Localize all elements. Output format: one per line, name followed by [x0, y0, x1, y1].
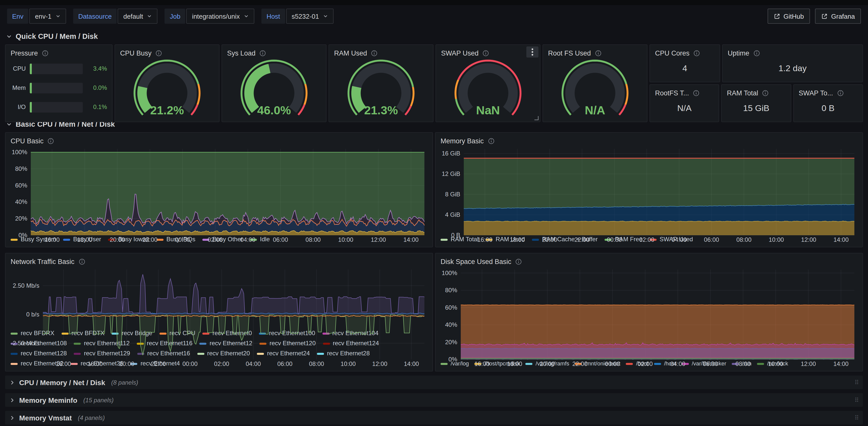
- x-axis-label: 22:00: [142, 236, 157, 243]
- x-axis-label: 06:00: [703, 360, 718, 367]
- row-drag-handle-icon[interactable]: ⠿: [855, 414, 859, 421]
- gauge-value: N/A: [585, 103, 605, 117]
- row-memory-vmstat[interactable]: Memory Vmstat (4 panels) ⠿: [5, 411, 863, 425]
- variable-host-picker[interactable]: s5232-01: [286, 8, 334, 24]
- panel-header[interactable]: Uptime: [728, 48, 858, 58]
- panel-header[interactable]: Disk Space Used Basic: [440, 256, 858, 267]
- chevron-down-icon: [147, 13, 152, 19]
- x-axis-label: 00:00: [175, 236, 190, 243]
- x-axis-label: 18:00: [88, 360, 103, 367]
- gauge-value: NaN: [476, 103, 500, 117]
- panel-title-text: Memory Basic: [440, 137, 484, 145]
- info-icon[interactable]: [693, 90, 700, 96]
- grafana-link-button[interactable]: Grafana: [815, 8, 861, 24]
- variable-env-picker[interactable]: env-1: [30, 8, 66, 24]
- x-axis-label: 16:00: [477, 236, 493, 243]
- variable-host: Host s5232-01: [261, 8, 334, 24]
- panel-header[interactable]: RAM Total: [727, 88, 786, 98]
- y-axis-label: -2.50 Mb/s: [11, 340, 39, 346]
- panel-header[interactable]: CPU Cores: [655, 48, 715, 58]
- info-icon[interactable]: [516, 258, 522, 265]
- chart-plot[interactable]: 0%20%40%60%80%100%16:0018:0020:0022:0000…: [440, 267, 858, 367]
- row-drag-handle-icon[interactable]: ⠿: [855, 379, 859, 386]
- x-axis-label: 14:00: [403, 236, 418, 243]
- network-traffic-chart[interactable]: -2.50 Mb/s0 b/s2.50 Mb/s16:0018:0020:002…: [10, 267, 428, 329]
- info-icon[interactable]: [260, 50, 266, 56]
- panel-header[interactable]: Sys Load: [227, 48, 321, 58]
- panel-cpu-busy: CPU Busy 21.2%: [115, 44, 219, 122]
- memory-basic-chart[interactable]: 0 B4 GiB8 GiB12 GiB16 GiB16:0018:0020:00…: [440, 146, 858, 235]
- kebab-dots: [531, 48, 533, 56]
- row-memory-meminfo[interactable]: Memory Meminfo (15 panels) ⠿: [5, 393, 863, 407]
- variable-job-value: integrations/unix: [192, 12, 240, 20]
- variable-job-picker[interactable]: integrations/unix: [186, 8, 254, 24]
- chart-plot[interactable]: 0%20%40%60%80%100%16:0018:0020:0022:0000…: [10, 146, 428, 243]
- y-axis-label: 0 b/s: [26, 311, 39, 318]
- info-icon[interactable]: [42, 50, 49, 56]
- info-icon[interactable]: [48, 138, 54, 144]
- info-icon[interactable]: [694, 50, 700, 56]
- chart-plot[interactable]: -2.50 Mb/s0 b/s2.50 Mb/s16:0018:0020:002…: [10, 267, 428, 367]
- info-icon[interactable]: [79, 258, 85, 265]
- pressure-row-mem: Mem 0.0%: [10, 83, 107, 93]
- x-axis-label: 20:00: [542, 236, 557, 243]
- panel-header[interactable]: Pressure: [10, 48, 107, 58]
- info-icon[interactable]: [371, 50, 378, 56]
- panel-header[interactable]: Root FS Used: [548, 48, 642, 58]
- panel-header[interactable]: RootFS T...: [655, 88, 714, 98]
- panel-title-text: Uptime: [728, 49, 749, 57]
- quick-row: Pressure CPU 3.4% Mem 0.0% I/O 0.1%: [5, 44, 863, 109]
- panel-uptime: Uptime 1.2 day: [722, 44, 863, 82]
- github-link-button[interactable]: GitHub: [767, 8, 810, 24]
- x-axis-label: 14:00: [833, 236, 848, 243]
- x-axis-label: 14:00: [833, 360, 848, 367]
- y-axis-label: 100%: [12, 149, 27, 155]
- y-axis-label: 0%: [19, 232, 27, 239]
- x-axis-label: 06:00: [273, 236, 288, 243]
- pressure-value: 0.1%: [87, 103, 107, 111]
- panel-header[interactable]: Network Traffic Basic: [10, 256, 428, 267]
- y-axis-label: 80%: [15, 165, 27, 172]
- info-icon[interactable]: [156, 50, 162, 56]
- panel-menu-kebab-icon[interactable]: [526, 47, 538, 58]
- panel-resize-handle[interactable]: [534, 116, 538, 120]
- chart-plot[interactable]: 0 B4 GiB8 GiB12 GiB16 GiB16:0018:0020:00…: [440, 146, 858, 243]
- panel-header[interactable]: Memory Basic: [440, 136, 858, 146]
- info-icon[interactable]: [762, 90, 769, 96]
- x-axis-label: 10:00: [341, 360, 356, 367]
- cpu-basic-chart[interactable]: 0%20%40%60%80%100%16:0018:0020:0022:0000…: [10, 146, 428, 235]
- x-axis-label: 02:00: [208, 236, 223, 243]
- info-icon[interactable]: [488, 138, 494, 144]
- x-axis-label: 20:00: [110, 236, 125, 243]
- info-icon[interactable]: [483, 50, 489, 56]
- row-drag-handle-icon[interactable]: ⠿: [855, 396, 859, 403]
- variable-datasource-picker[interactable]: default: [118, 8, 158, 24]
- panel-header[interactable]: CPU Basic: [10, 136, 428, 146]
- info-icon[interactable]: [595, 50, 601, 56]
- info-icon[interactable]: [837, 90, 843, 96]
- panel-header[interactable]: RAM Used: [334, 48, 428, 58]
- panel-header[interactable]: SWAP Used: [441, 48, 535, 58]
- pressure-gauges: CPU 3.4% Mem 0.0% I/O 0.1%: [10, 58, 107, 119]
- x-axis-label: 16:00: [44, 236, 60, 243]
- section-quick-cpu-mem-disk[interactable]: Quick CPU / Mem / Disk: [6, 30, 862, 42]
- info-icon[interactable]: [753, 50, 760, 56]
- x-axis-label: 20:00: [119, 360, 134, 367]
- x-axis-label: 20:00: [540, 360, 555, 367]
- dashboard-toolbar: Env env-1 Datasource default Job integra…: [0, 5, 868, 27]
- panel-memory-basic: Memory Basic 0 B4 GiB8 GiB12 GiB16 GiB16…: [435, 132, 863, 247]
- grafana-dashboard: Env env-1 Datasource default Job integra…: [0, 0, 868, 426]
- x-axis-label: 08:00: [309, 360, 324, 367]
- panel-header[interactable]: CPU Busy: [120, 48, 214, 58]
- grafana-link-label: Grafana: [831, 12, 855, 20]
- panel-header[interactable]: SWAP To...: [799, 88, 858, 98]
- disk-space-chart[interactable]: 0%20%40%60%80%100%16:0018:0020:0022:0000…: [440, 267, 858, 359]
- row-cpu-memory-net-disk[interactable]: CPU / Memory / Net / Disk (8 panels) ⠿: [5, 375, 863, 389]
- x-axis-label: 04:00: [672, 236, 687, 243]
- variable-datasource-label: Datasource: [73, 8, 117, 24]
- panel-title-text: SWAP To...: [799, 89, 833, 97]
- y-axis-label: 2.50 Mb/s: [13, 282, 39, 289]
- ram-used-gauge: 21.3%: [334, 58, 428, 119]
- x-axis-label: 06:00: [704, 236, 719, 243]
- y-axis-label: 80%: [445, 287, 457, 294]
